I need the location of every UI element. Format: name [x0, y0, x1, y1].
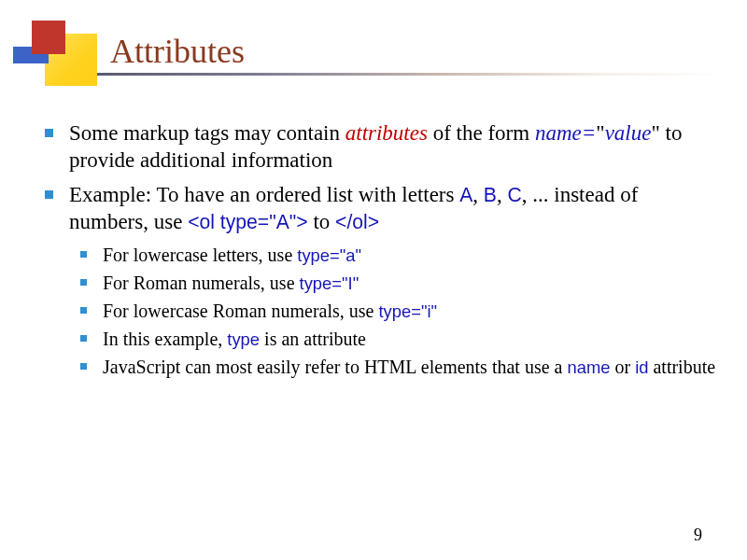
code-type: type	[227, 329, 260, 349]
kw-eq: =	[582, 121, 597, 145]
kw-name: name	[535, 121, 582, 145]
text: ,	[497, 183, 508, 206]
code-name: name	[567, 357, 610, 377]
title-underline	[97, 73, 725, 76]
code-open-ol: <ol type="A">	[188, 211, 308, 232]
text: ,	[472, 183, 484, 206]
slide-title: Attributes	[110, 32, 245, 71]
decor-red-square	[32, 21, 65, 54]
text: is an attribute	[260, 329, 366, 349]
letter-a: A	[459, 184, 472, 205]
kw-value: value	[605, 121, 652, 145]
content-area: Some markup tags may contain attributes …	[45, 119, 717, 383]
code-type-i: type="i"	[378, 301, 437, 321]
text: to	[308, 210, 335, 233]
text: or	[610, 357, 635, 377]
quote-close: "	[651, 121, 659, 145]
slide: Attributes Some markup tags may contain …	[0, 0, 747, 560]
text: of the form	[428, 121, 535, 145]
text: Some markup tags may contain	[69, 121, 345, 145]
keyword-attributes: attributes	[345, 121, 428, 145]
sub-bullet-3: For lowercase Roman numerals, use type="…	[78, 299, 717, 323]
sub-bullet-4: In this example, type is an attribute	[78, 327, 717, 351]
sub-bullet-5: JavaScript can most easily refer to HTML…	[78, 355, 717, 379]
text: Example: To have an ordered list with le…	[69, 183, 459, 206]
code-close-ol: </ol>	[335, 211, 379, 232]
page-number: 9	[694, 525, 702, 545]
header: Attributes	[0, 0, 747, 89]
text: attribute	[648, 357, 715, 377]
bullet-1: Some markup tags may contain attributes …	[45, 119, 717, 175]
text: For lowercase letters, use	[103, 245, 297, 265]
letter-b: B	[484, 184, 497, 205]
quote-open: "	[596, 121, 604, 145]
code-id: id	[635, 357, 648, 377]
text: JavaScript can most easily refer to HTML…	[103, 357, 567, 377]
letter-c: C	[507, 184, 521, 205]
sub-bullet-2: For Roman numerals, use type="I"	[78, 271, 717, 295]
text: For lowercase Roman numerals, use	[103, 301, 378, 321]
text: In this example,	[103, 329, 227, 349]
sub-bullet-1: For lowercase letters, use type="a"	[78, 243, 717, 267]
code-type-a: type="a"	[297, 245, 361, 265]
text: For Roman numerals, use	[103, 273, 300, 293]
bullet-2: Example: To have an ordered list with le…	[45, 181, 717, 236]
code-type-I: type="I"	[300, 273, 359, 293]
